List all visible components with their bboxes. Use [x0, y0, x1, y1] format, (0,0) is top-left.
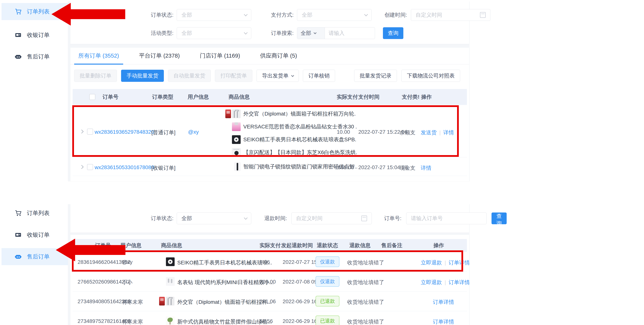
order-status-select[interactable]: 全部	[177, 9, 251, 21]
sidebar-bottom: 订单列表 收银订单 售后订单	[2, 204, 68, 325]
row-actions: 立即退款|订单详情	[421, 279, 469, 286]
product: SEIKO精工手表男日本机芯机械表珐琅...	[177, 259, 272, 266]
order-search-label: 订单搜索:	[266, 27, 294, 39]
order-no-link[interactable]: wx283615053301678080	[94, 164, 154, 170]
detail-link[interactable]: 详情	[421, 165, 431, 171]
activity-type-select[interactable]: 全部	[177, 27, 251, 39]
tab-supplier-orders[interactable]: 供应商订单 (5)	[260, 48, 297, 64]
order-no-link[interactable]: wx283619365297848320	[94, 129, 154, 135]
batch-ship-record-button[interactable]: 批量发货记录	[354, 70, 397, 82]
refund-info: 收货地址填错了	[347, 259, 384, 266]
refund-status-badge: 仅退款	[316, 256, 340, 267]
chevron-down-icon	[314, 31, 317, 34]
product-line: 【京闪配送】【日本同款】东芝X6白色热泵洗烘.	[243, 146, 357, 159]
search-scope-select[interactable]: 全部	[297, 28, 325, 39]
refund-time-input[interactable]: 自定义时间	[291, 212, 372, 224]
order-type: [收银订单]	[151, 164, 176, 172]
tab-platform-orders[interactable]: 平台订单 (2378)	[139, 48, 180, 64]
order-detail-link[interactable]: 订单详情	[433, 299, 454, 305]
col-order-no: 订单号	[95, 242, 111, 249]
sidebar-item-order-list[interactable]: 订单列表	[2, 3, 68, 20]
order-detail-link[interactable]: 订单详情	[433, 319, 454, 324]
col-aftersale-remark: 售后备注	[381, 242, 402, 249]
suitcase-thumbnail	[232, 110, 241, 118]
sidebar-item-label: 售后订单	[27, 53, 50, 61]
refund-now-link[interactable]: 立即退款	[421, 279, 442, 285]
sidebar-item-cashier-orders[interactable]: 收银订单	[2, 27, 68, 44]
query-button[interactable]: 查询	[383, 27, 403, 39]
detail-link[interactable]: 详情	[443, 130, 454, 135]
sidebar-item-cashier-orders[interactable]: 收银订单	[2, 226, 68, 243]
product-thumbnails	[218, 162, 241, 171]
tab-store-orders[interactable]: 门店订单 (1169)	[200, 48, 240, 64]
sidebar-item-aftersale-orders[interactable]: 售后订单	[2, 248, 68, 265]
create-time-input[interactable]: 自定义时间	[411, 9, 490, 21]
ship-link[interactable]: 发送货	[421, 130, 437, 135]
col-refund-start-time: 发起退款时间	[281, 242, 313, 249]
product-line: SEIKO精工手表男日本机芯机械表珐琅表盘SPB.	[243, 133, 356, 146]
pay-amount: 9.66	[260, 259, 270, 265]
chevron-down-icon	[291, 74, 294, 77]
select-all-checkbox[interactable]	[89, 94, 95, 100]
col-order-no: 订单号	[102, 93, 118, 101]
order-detail-link[interactable]: 订单详情	[448, 260, 469, 265]
row-checkbox[interactable]	[87, 129, 93, 135]
product-thumbnails	[218, 135, 241, 144]
product: 新中式仿真植物文竹盆景摆件假山绿植...	[177, 318, 272, 325]
refund-status-badge: 已退款	[316, 315, 340, 325]
order-status-label: 订单状态:	[146, 9, 174, 21]
col-actual-pay: 实际支付	[260, 242, 281, 249]
calendar-icon	[361, 215, 367, 221]
order-detail-link[interactable]: 订单详情	[448, 279, 469, 285]
order-no-label: 订单号:	[379, 212, 402, 224]
refund-now-link[interactable]: 立即退款	[421, 260, 442, 265]
sidebar-item-order-list[interactable]: 订单列表	[2, 205, 68, 222]
sidebar-item-label: 订单列表	[27, 8, 50, 16]
plant-thumbnail	[166, 316, 174, 325]
user: 将寒未寒	[122, 298, 143, 306]
row-checkbox[interactable]	[87, 164, 93, 170]
product-thumbnails	[154, 316, 174, 325]
order-user[interactable]: @xy	[188, 129, 199, 135]
order-search-input[interactable]: 请输入	[325, 28, 375, 39]
refund-info: 收货地址填错了	[347, 279, 384, 286]
order-status-select[interactable]: 全部	[177, 212, 251, 224]
create-time-label: 创建时间:	[381, 9, 407, 21]
product-thumbnails	[218, 148, 241, 157]
sidebar-item-label: 收银订单	[27, 31, 50, 39]
refund-status-badge: 仅退款	[316, 276, 340, 287]
print-picking-button[interactable]: 打印配货单	[215, 70, 252, 82]
download-logistics-button[interactable]: 下载物流公司对照表	[402, 70, 460, 82]
row-divider	[73, 311, 467, 311]
order-verify-button[interactable]: 订单核销	[303, 70, 335, 82]
batch-delete-button[interactable]: 批量删除订单	[74, 70, 117, 82]
pay-type: 现金支	[400, 164, 416, 172]
export-ship-button[interactable]: 导出发货单	[256, 70, 299, 82]
expand-row-icon[interactable]	[80, 165, 84, 169]
query-button[interactable]: 查询	[492, 212, 507, 224]
col-user-info: 用户信息	[188, 93, 209, 101]
sidebar-item-aftersale-orders[interactable]: 售后订单	[2, 48, 68, 65]
activity-type-label: 活动类型:	[146, 27, 174, 39]
expand-row-icon[interactable]	[80, 130, 84, 134]
pay-method-select[interactable]: 全部	[297, 9, 372, 21]
top-filter-panel: 订单状态: 全部 支付方式: 全部 创建时间: 自定义时间 活动类型: 全部 订…	[70, 2, 469, 44]
refund-info: 收货地址填错了	[347, 318, 384, 325]
product: 外交官（Diplomat）镜面箱子铝框拉杆...	[177, 298, 272, 306]
order-tabs: 所有订单 (3552) 平台订单 (2378) 门店订单 (1169) 供应商订…	[70, 48, 469, 64]
row-actions: 订单详情	[433, 318, 454, 325]
col-actual-pay: 实际支付	[337, 93, 358, 101]
tab-all-orders[interactable]: 所有订单 (3552)	[78, 48, 119, 64]
order-status-label: 订单状态:	[146, 212, 174, 224]
col-refund-status: 退款状态	[317, 242, 338, 249]
pay-amount: 1899.00	[335, 164, 354, 170]
sidebar-top: 订单列表 收银订单 售后订单	[2, 2, 68, 181]
order-no-input[interactable]: 请输入订单号	[406, 212, 486, 224]
auto-batch-ship-button[interactable]: 自动批量发货	[168, 70, 211, 82]
manual-batch-ship-button[interactable]: 手动批量发货	[121, 70, 164, 82]
pay-amount: 729.00	[260, 279, 276, 285]
col-order-type: 订单类型	[152, 93, 173, 101]
order-type: [普通订单]	[151, 129, 176, 136]
aftersale-filter-panel: 订单状态: 全部 退款时间: 自定义时间 订单号: 请输入订单号 查询	[70, 204, 469, 233]
product-thumbnails	[218, 122, 241, 131]
